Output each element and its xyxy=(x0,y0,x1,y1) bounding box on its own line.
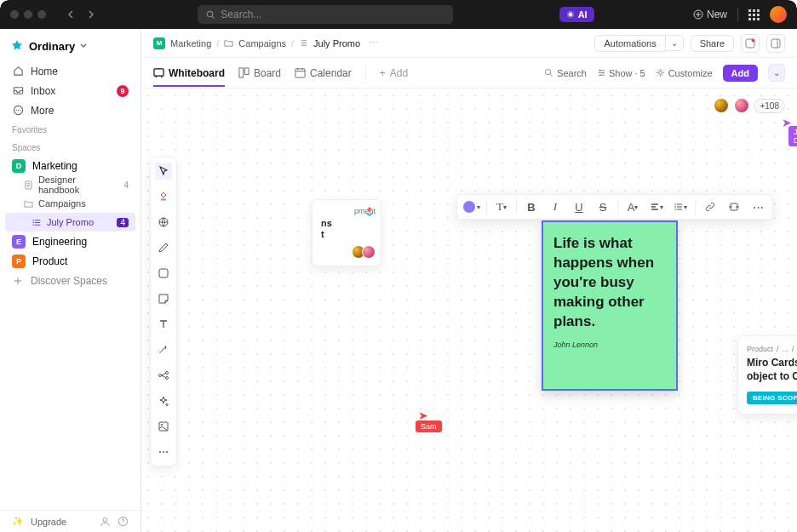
tool-image[interactable] xyxy=(155,418,172,435)
apps-grid-icon[interactable] xyxy=(748,9,760,20)
help-icon[interactable] xyxy=(118,516,129,527)
share-button[interactable]: Share xyxy=(691,35,734,52)
ai-button[interactable]: AI xyxy=(559,7,594,22)
whiteboard-canvas[interactable]: +108 ▾ T▾ xyxy=(141,89,797,532)
tool-text[interactable] xyxy=(155,316,172,333)
sidebar: Ordinary Home Inbox 9 More Favorites Spa… xyxy=(0,29,141,532)
new-button[interactable]: New xyxy=(693,9,727,20)
tool-more[interactable] xyxy=(155,443,172,460)
doc-icon xyxy=(24,180,33,190)
tab-add-view[interactable]: + Add xyxy=(380,60,408,86)
sliders-icon xyxy=(597,68,606,77)
svg-rect-28 xyxy=(159,269,168,277)
sticky-text[interactable]: Life is what happens when you're busy ma… xyxy=(553,234,666,332)
bold-button[interactable]: B xyxy=(520,197,542,217)
automations-button[interactable]: Automations xyxy=(594,35,665,52)
search-tasks[interactable]: Search xyxy=(544,68,587,78)
sticky-note[interactable]: Life is what happens when you're busy ma… xyxy=(542,220,678,391)
board-icon xyxy=(238,67,249,78)
format-toolbar: ▾ T▾ B I U S A▾ ▾ ▾ ⋯ xyxy=(456,194,773,220)
tool-sticky[interactable] xyxy=(155,290,172,307)
sidebar-footer: ✨ Upgrade xyxy=(0,510,140,532)
align-button[interactable]: ▾ xyxy=(645,197,668,217)
svg-point-0 xyxy=(208,11,213,16)
space-marketing[interactable]: D Marketing xyxy=(0,156,140,175)
breadcrumb-more[interactable]: ⋯ xyxy=(369,37,378,49)
add-task-button[interactable]: Add xyxy=(723,65,758,82)
tool-select[interactable] xyxy=(155,163,172,180)
list-designer-handbook[interactable]: Designer handbook 4 xyxy=(0,175,140,194)
discover-spaces[interactable]: Discover Spaces xyxy=(0,271,140,290)
tab-board[interactable]: Board xyxy=(238,60,281,86)
italic-button[interactable]: I xyxy=(544,197,566,217)
tool-task[interactable] xyxy=(155,188,172,205)
add-task-caret[interactable]: ⌄ xyxy=(768,64,785,82)
list-button[interactable]: ▾ xyxy=(669,197,691,217)
strike-button[interactable]: S xyxy=(592,197,614,217)
sidebar-item-home[interactable]: Home xyxy=(0,61,140,81)
svg-point-8 xyxy=(20,110,20,111)
workspace-switcher[interactable]: Ordinary xyxy=(0,34,140,61)
search-placeholder: Search... xyxy=(221,9,261,20)
tool-shape[interactable] xyxy=(155,265,172,282)
task-card[interactable]: Product/.../Member Development Miro Card… xyxy=(737,335,797,415)
close-dot[interactable] xyxy=(10,10,19,19)
avatar[interactable] xyxy=(733,97,750,114)
text-color[interactable]: A▾ xyxy=(622,197,644,217)
svg-rect-19 xyxy=(239,68,244,77)
tool-ai[interactable] xyxy=(155,392,172,409)
link-button[interactable] xyxy=(699,197,721,217)
space-product[interactable]: P Product xyxy=(0,251,140,271)
svg-point-12 xyxy=(32,224,33,225)
max-dot[interactable] xyxy=(37,10,46,19)
tool-pen[interactable] xyxy=(155,239,172,256)
more-format[interactable]: ⋯ xyxy=(747,197,769,217)
sidebar-item-inbox[interactable]: Inbox 9 xyxy=(0,81,140,100)
task-title[interactable]: Miro Cards | Convert Miro object to Clic… xyxy=(747,357,797,383)
global-search[interactable]: Search... xyxy=(198,5,453,24)
svg-point-35 xyxy=(163,451,164,453)
breadcrumb-marketing[interactable]: Marketing xyxy=(170,38,211,49)
nav-forward[interactable] xyxy=(82,6,99,23)
task-convert[interactable] xyxy=(723,197,745,217)
upgrade-icon: ✨ xyxy=(12,516,24,527)
tool-connector[interactable] xyxy=(155,341,172,358)
svg-point-13 xyxy=(103,518,107,522)
nav-back[interactable] xyxy=(63,6,80,23)
breadcrumb-july[interactable]: July Promo xyxy=(313,38,360,49)
font-size[interactable]: T▾ xyxy=(490,197,513,217)
customize-button[interactable]: Customize xyxy=(656,68,713,78)
space-engineering[interactable]: E Engineering xyxy=(0,232,140,251)
show-toggle[interactable]: Show·5 xyxy=(597,68,645,78)
svg-rect-17 xyxy=(771,39,780,48)
color-picker[interactable]: ▾ xyxy=(461,197,483,217)
svg-point-2 xyxy=(569,13,572,16)
svg-point-24 xyxy=(602,72,604,74)
inbox-icon xyxy=(12,85,24,97)
upgrade-link[interactable]: Upgrade xyxy=(31,517,66,527)
sparkle-icon xyxy=(566,10,575,19)
automations-caret[interactable]: ⌄ xyxy=(666,35,684,51)
space-badge: E xyxy=(12,235,26,249)
person-icon[interactable] xyxy=(100,516,111,527)
breadcrumb-campaigns[interactable]: Campaigns xyxy=(238,38,286,49)
folder-campaigns[interactable]: Campaigns xyxy=(0,194,140,213)
tab-whiteboard[interactable]: Whiteboard xyxy=(153,60,225,87)
svg-point-26 xyxy=(658,72,662,75)
status-pill[interactable]: BEING SCOPED xyxy=(747,392,797,404)
inbox-badge: 9 xyxy=(117,85,129,97)
list-july-promo[interactable]: July Promo 4 xyxy=(5,213,135,232)
tab-calendar[interactable]: Calendar xyxy=(295,60,352,86)
sidebar-item-more[interactable]: More xyxy=(0,100,140,120)
avatar-overflow[interactable]: +108 xyxy=(754,99,785,113)
avatar[interactable] xyxy=(713,97,730,114)
activity-icon[interactable] xyxy=(741,34,760,53)
panel-icon[interactable] xyxy=(766,34,785,53)
user-avatar[interactable] xyxy=(770,6,787,23)
tool-mindmap[interactable] xyxy=(155,367,172,384)
tool-web[interactable] xyxy=(155,214,172,231)
min-dot[interactable] xyxy=(24,10,32,19)
task-card-peek[interactable]: pment nst xyxy=(312,199,381,266)
svg-point-39 xyxy=(674,209,676,210)
underline-button[interactable]: U xyxy=(568,197,590,217)
